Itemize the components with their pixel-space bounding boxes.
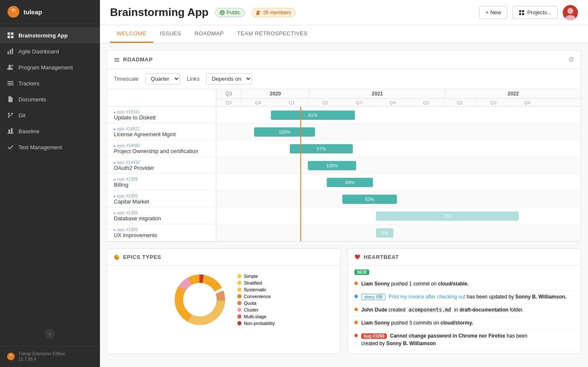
quarter-q3-2020: Q3 [216, 89, 242, 98]
sidebar-item-test-management[interactable]: Test Management [0, 139, 100, 155]
heartbeat-icon [354, 254, 360, 260]
legend-label: Multi-stage [244, 314, 267, 319]
svg-rect-16 [8, 133, 13, 134]
avatar[interactable] [563, 5, 578, 20]
sidebar-item-label: Test Management [18, 144, 62, 150]
svg-rect-2 [11, 32, 13, 35]
legend-item-non-probability: Non-probability [237, 321, 275, 326]
badge-public: Public [215, 8, 245, 17]
gantt-bars-container: 61% 100% 57% 100% [216, 107, 581, 241]
heartbeat-section: HEARTBEAT NEW Liam Sonny pushed 1 commit… [347, 248, 581, 354]
svg-rect-6 [10, 50, 11, 54]
gantt-epic-label: ▸ epic #14432 [114, 160, 211, 165]
gantt-row-6: 0% [216, 208, 581, 224]
sidebar-item-label: Brainstorming App [18, 32, 68, 39]
heartbeat-item-1: Liam Sonny pushed 1 commit on cloud/stab… [354, 277, 574, 290]
topbar-left: Brainstorming App Public 28 members [110, 6, 296, 19]
projects-button[interactable]: Projects... [512, 6, 558, 19]
epics-types-section: EPICS TYPES [107, 248, 341, 354]
legend-dot [237, 308, 242, 312]
legend-dot [237, 288, 242, 292]
gantt-epic-label: ▸ epic #19341 [114, 110, 211, 114]
sidebar-footer-text: Tuleap Enterprise Edition 12.7.99.4 [18, 351, 66, 362]
bar-update-to-diskett[interactable]: 61% [271, 111, 355, 120]
roadmap-section-header: ROADMAP ⚙ [107, 50, 581, 69]
gantt-row-name: Database migration [114, 215, 211, 222]
bar-oauth2-provider[interactable]: 100% [308, 161, 356, 170]
svg-point-21 [257, 11, 259, 13]
timescale-select[interactable]: Quarter Month Year [145, 73, 180, 84]
tab-welcome[interactable]: WELCOME [110, 25, 153, 43]
legend-item-quota: Quota [237, 301, 275, 306]
gantt-epic-label: ▸ epic #1309 [114, 211, 211, 215]
bar-ux-improvements[interactable]: 0% [376, 228, 394, 238]
tuleap-footer-logo [7, 352, 15, 361]
heartbeat-item-4: Liam Sonny pushed 3 commits on cloud/sto… [354, 317, 574, 330]
svg-rect-1 [8, 32, 10, 35]
sidebar-item-git[interactable]: Git [0, 107, 100, 123]
svg-rect-18 [11, 128, 13, 133]
hb-dot [354, 308, 358, 311]
sidebar-item-label: Program Management [18, 64, 73, 71]
page-title: Brainstorming App [110, 6, 208, 19]
q-label: Q2 [443, 99, 477, 106]
q-label: Q3 [342, 99, 376, 106]
sidebar-collapse-button[interactable]: ‹ [45, 329, 55, 339]
legend-item-cluster: Cluster [237, 307, 275, 312]
legend-dot [237, 301, 242, 305]
bar-database-migration[interactable]: 0% [376, 211, 519, 221]
hb-dot [354, 295, 358, 298]
hb-text: Liam Sonny pushed 3 commits on cloud/sto… [361, 319, 473, 327]
sidebar-item-agile-dashboard[interactable]: Agile Dashboard [0, 43, 100, 59]
tab-issues[interactable]: ISSUES [153, 25, 188, 43]
legend-dot [237, 321, 242, 325]
sidebar-item-label: Git [18, 112, 26, 119]
story-badge: story #39 [361, 294, 386, 300]
sidebar-item-baseline[interactable]: Baseline [0, 123, 100, 139]
tab-roadmap[interactable]: ROADMAP [188, 25, 230, 43]
roadmap-section-title: ROADMAP [114, 56, 153, 63]
today-line [300, 107, 301, 241]
gantt-row-name: Billing [114, 182, 211, 188]
sidebar-item-documents[interactable]: Documents [0, 91, 100, 107]
gantt-row-3: 100% [216, 157, 581, 174]
legend-dot [237, 294, 242, 298]
gantt-row-name: UX improvements [114, 232, 211, 238]
new-button[interactable]: + New [479, 6, 507, 19]
sidebar-footer: Tuleap Enterprise Edition 12.7.99.4 [0, 346, 100, 367]
bar-project-ownership[interactable]: 57% [290, 144, 353, 153]
hb-dot [354, 282, 358, 285]
sidebar-navigation: Brainstorming App Agile Dashboard Progra… [0, 24, 100, 322]
year-2021: 2021 [310, 89, 445, 98]
avatar-image [563, 5, 578, 20]
bar-billing[interactable]: 64% [327, 178, 373, 187]
chart-icon [7, 48, 14, 55]
gantt-row-name: Project Ownership and certification [114, 148, 211, 154]
svg-rect-30 [114, 58, 119, 59]
svg-point-41 [187, 287, 213, 312]
svg-rect-23 [519, 10, 521, 12]
legend-label: Cluster [244, 307, 259, 312]
gantt-row-7: 0% [216, 224, 581, 241]
sidebar-item-program-management[interactable]: Program Management [0, 59, 100, 75]
topbar-right: + New Projects... [479, 5, 578, 20]
bottom-row: EPICS TYPES [107, 248, 581, 354]
bar-capital-market[interactable]: 83% [342, 195, 397, 204]
svg-rect-11 [8, 83, 13, 84]
hb-text: story #39 Print my invoice after checkin… [361, 293, 567, 301]
legend-item-convenience: Convenience [237, 294, 275, 299]
roadmap-settings-button[interactable]: ⚙ [568, 55, 574, 63]
links-select[interactable]: Depends on None [206, 73, 252, 84]
bar-license-agreement[interactable]: 100% [254, 127, 315, 137]
sidebar-item-trackers[interactable]: Trackers [0, 75, 100, 91]
gantt-label-row: ▸ epic #1309 Capital Market [107, 191, 216, 208]
gantt-row-name: License Agreement Mgmt [114, 131, 211, 137]
svg-point-0 [8, 6, 19, 18]
tab-team-retrospectives[interactable]: TEAM RETROSPECTIVES [231, 25, 315, 43]
gantt-label-row: ▸ epic #19341 Update to Diskett [107, 107, 216, 124]
gantt-row-name: Capital Market [114, 198, 211, 205]
sidebar-item-brainstorming-app[interactable]: Brainstorming App [0, 27, 100, 43]
gantt-chart: ▸ epic #19341 Update to Diskett ▸ epic #… [107, 89, 581, 241]
svg-rect-26 [522, 13, 524, 15]
q-label: Q4 [376, 99, 410, 106]
